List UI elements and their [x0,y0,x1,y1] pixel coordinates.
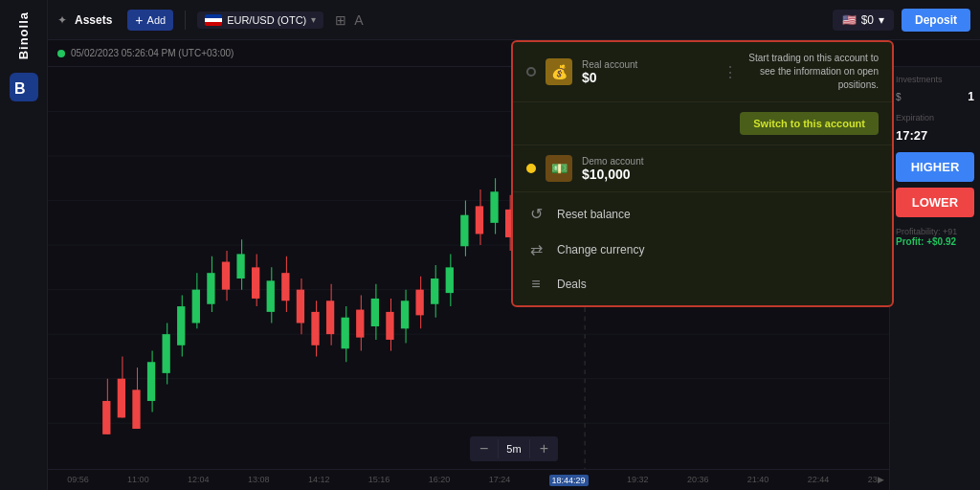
chevron-down-icon: ▾ [311,14,316,25]
demo-account-info: Demo account $10,000 [582,156,879,182]
reset-balance-item[interactable]: ↺ Reset balance [513,196,892,232]
svg-rect-41 [311,312,319,345]
investment-value: 1 [968,90,974,103]
add-icon: + [135,12,143,28]
zoom-controls: − 5m + [470,436,558,461]
svg-rect-39 [297,290,304,323]
svg-rect-19 [147,362,155,401]
demo-account-balance: $10,000 [582,167,879,182]
demo-account-icon: 💵 [546,155,572,182]
svg-rect-15 [118,379,125,418]
demo-account-item[interactable]: 💵 Demo account $10,000 [513,145,892,192]
deposit-button[interactable]: Deposit [902,9,970,32]
account-dropdown: 💰 Real account $0 ⋮ Start trading on thi… [511,40,894,307]
time-21-40: 21:40 [747,475,769,486]
three-dots-icon[interactable]: ⋮ [723,63,738,81]
real-account-item[interactable]: 💰 Real account $0 ⋮ Start trading on thi… [513,42,892,102]
deals-item[interactable]: ≡ Deals [513,267,892,301]
time-14-12: 14:12 [308,475,330,486]
investment-row: $ 1 [896,90,974,103]
real-account-icon: 💰 [546,58,572,85]
time-labels: 09:56 11:00 12:04 13:08 14:12 15:16 16:2… [48,475,903,486]
switch-account-button[interactable]: Switch to this account [740,112,879,135]
logo-text: Binolla [16,11,31,59]
svg-rect-35 [267,280,275,312]
deals-label: Deals [557,278,587,291]
real-account-balance: $0 [582,70,713,85]
balance-button[interactable]: 🇺🇸 $0 ▾ [833,10,894,31]
lower-button[interactable]: LOWER [896,188,974,217]
real-account-radio [526,67,536,77]
sidebar-logo: Binolla B [10,11,38,101]
profitability-row: Profitability: +91 Profit: +$0.92 [896,227,974,247]
time-17-24: 17:24 [489,475,511,486]
svg-rect-23 [177,306,185,345]
bar-chart-icon[interactable]: ⊞ [335,12,346,28]
svg-rect-37 [281,273,289,301]
svg-rect-47 [356,310,364,338]
logo-icon: B [10,73,38,101]
svg-rect-63 [476,206,483,234]
pair-label: EUR/USD (OTC) [227,14,306,26]
demo-account-type: Demo account [582,156,879,167]
svg-rect-13 [102,401,110,434]
svg-rect-17 [132,390,140,429]
svg-rect-57 [431,278,438,304]
higher-button[interactable]: HIGHER [896,152,974,182]
currency-icon: ⇄ [526,240,546,258]
separator [185,11,186,30]
time-11-00: 11:00 [127,475,149,486]
time-16-20: 16:20 [429,475,451,486]
svg-rect-49 [371,299,379,326]
svg-rect-43 [326,301,334,334]
flag-icon: 🇺🇸 [842,13,857,27]
reset-icon: ↺ [526,205,546,223]
chart-icons: ⊞ A [335,12,363,28]
svg-rect-33 [252,267,259,299]
topbar-right: 🇺🇸 $0 ▾ Deposit [833,9,970,32]
switch-info-text: Start trading on this account to see the… [747,52,879,92]
add-label: Add [147,14,167,26]
zoom-out-button[interactable]: − [470,436,498,461]
time-23: 23▶ [868,475,884,486]
indicator-icon[interactable]: A [354,12,363,28]
time-15-16: 15:16 [368,475,390,486]
balance-chevron-icon: ▾ [879,13,884,27]
datetime-text: 05/02/2023 05:26:04 PM (UTC+03:00) [71,48,234,58]
add-button[interactable]: + Add [127,10,173,31]
zoom-level: 5m [498,439,529,458]
time-13-08: 13:08 [248,475,270,486]
svg-rect-25 [192,290,200,323]
currency-symbol: $ [896,92,902,102]
assets-label: Assets [75,13,112,27]
svg-rect-59 [446,267,454,293]
zoom-in-button[interactable]: + [530,436,558,461]
change-currency-label: Change currency [557,243,644,256]
menu-items: ↺ Reset balance ⇄ Change currency ≡ Deal… [513,192,892,305]
time-20-36: 20:36 [687,475,709,486]
change-currency-item[interactable]: ⇄ Change currency [513,232,892,267]
svg-rect-31 [236,254,244,278]
svg-rect-65 [490,191,498,223]
expiration-label: Expiration [896,113,974,122]
profitability-text: Profitability: +91 [896,227,974,236]
svg-rect-21 [162,334,169,373]
pair-selector[interactable]: EUR/USD (OTC) ▾ [197,11,323,29]
svg-rect-55 [415,290,423,316]
eu-flag-icon [205,14,222,26]
topbar: ✦ Assets + Add EUR/USD (OTC) ▾ ⊞ A 🇺🇸 $0… [48,0,980,40]
time-18-44-active: 18:44:29 [549,475,589,486]
deals-icon: ≡ [526,276,546,293]
balance-value: $0 [861,13,874,27]
real-account-type: Real account [582,59,713,70]
svg-rect-45 [342,318,349,349]
time-12-04: 12:04 [188,475,210,486]
expiration-value: 17:27 [896,128,974,143]
demo-account-radio [526,164,536,173]
time-axis: 09:56 11:00 12:04 13:08 14:12 15:16 16:2… [48,469,913,490]
svg-rect-29 [222,262,230,290]
svg-rect-53 [401,301,409,328]
pin-icon: ✦ [57,13,67,27]
investment-label: Investments [896,75,974,84]
live-indicator [57,50,65,57]
